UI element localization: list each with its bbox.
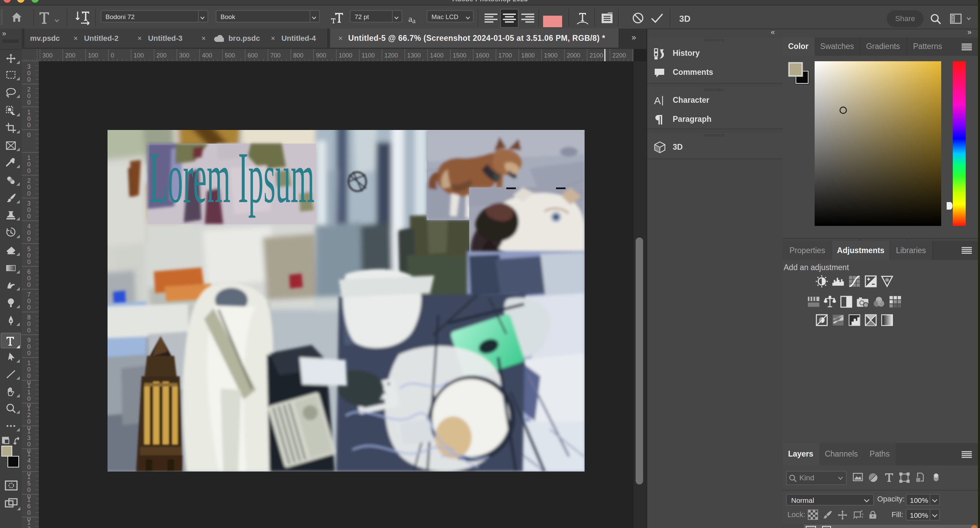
svg-text:1: 1 [27, 405, 30, 412]
svg-text:3: 3 [27, 63, 30, 70]
svg-text:0: 0 [27, 207, 30, 213]
svg-text:1: 1 [27, 474, 30, 480]
svg-text:1600: 1600 [476, 52, 489, 59]
svg-text:1200: 1200 [385, 52, 398, 59]
svg-text:200: 200 [156, 52, 167, 59]
svg-text:0: 0 [27, 70, 30, 76]
svg-text:700: 700 [270, 52, 281, 59]
svg-text:0: 0 [27, 190, 30, 197]
svg-text:900: 900 [316, 52, 326, 59]
svg-text:300: 300 [43, 52, 53, 59]
svg-text:1700: 1700 [498, 52, 512, 59]
svg-text:0: 0 [27, 418, 30, 425]
svg-text:1: 1 [27, 451, 30, 458]
svg-text:0: 0 [27, 115, 30, 122]
svg-text:5: 5 [27, 246, 30, 253]
svg-text:1: 1 [27, 496, 30, 503]
svg-text:2200: 2200 [612, 52, 626, 59]
svg-text:3: 3 [27, 434, 30, 441]
svg-text:0: 0 [27, 343, 30, 350]
svg-text:0: 0 [27, 161, 30, 168]
svg-text:5: 5 [27, 480, 30, 487]
svg-text:1: 1 [27, 154, 30, 161]
svg-text:0: 0 [27, 167, 30, 174]
svg-text:1: 1 [27, 389, 30, 396]
svg-text:7: 7 [27, 291, 30, 298]
svg-text:200: 200 [65, 52, 76, 59]
svg-text:0: 0 [27, 229, 30, 236]
svg-text:0: 0 [27, 395, 30, 402]
svg-text:0: 0 [27, 252, 30, 259]
svg-text:0: 0 [27, 236, 30, 243]
svg-text:0: 0 [27, 320, 30, 327]
svg-text:0: 0 [27, 350, 30, 356]
svg-text:6: 6 [27, 503, 30, 510]
svg-text:4: 4 [27, 223, 30, 230]
svg-text:6: 6 [27, 269, 30, 275]
svg-text:8: 8 [27, 314, 30, 321]
svg-text:0: 0 [27, 281, 30, 288]
svg-text:0: 0 [27, 487, 30, 493]
svg-text:0: 0 [27, 122, 30, 129]
svg-text:4: 4 [27, 457, 30, 464]
svg-text:0: 0 [27, 366, 30, 373]
svg-text:1400: 1400 [430, 52, 444, 59]
svg-text:100: 100 [134, 52, 144, 59]
svg-text:0: 0 [27, 92, 30, 99]
svg-text:1: 1 [27, 428, 30, 435]
svg-text:0: 0 [27, 99, 30, 106]
svg-text:0: 0 [27, 76, 30, 83]
svg-text:300: 300 [179, 52, 189, 59]
svg-text:0: 0 [27, 132, 30, 138]
svg-text:9: 9 [27, 337, 30, 344]
svg-text:3: 3 [27, 200, 30, 207]
svg-text:0: 0 [27, 184, 30, 191]
svg-text:0: 0 [27, 372, 30, 379]
svg-text:Lorem Ipsum: Lorem Ipsum [149, 137, 314, 217]
svg-text:1100: 1100 [362, 52, 375, 59]
svg-text:0: 0 [27, 213, 30, 220]
svg-text:2: 2 [27, 412, 30, 418]
svg-text:1: 1 [27, 109, 30, 116]
svg-text:0: 0 [27, 509, 30, 516]
svg-text:1800: 1800 [521, 52, 535, 59]
svg-text:1: 1 [27, 382, 30, 389]
svg-text:0: 0 [27, 275, 30, 282]
svg-text:0: 0 [27, 441, 30, 448]
svg-text:7: 7 [27, 526, 30, 528]
svg-text:0: 0 [27, 464, 30, 471]
svg-text:0: 0 [27, 298, 30, 304]
svg-text:800: 800 [293, 52, 304, 59]
svg-text:1900: 1900 [544, 52, 558, 59]
svg-text:1300: 1300 [407, 52, 421, 59]
svg-text:0: 0 [27, 304, 30, 311]
svg-text:100: 100 [88, 52, 98, 59]
svg-text:0: 0 [27, 327, 30, 334]
svg-text:600: 600 [248, 52, 258, 59]
svg-text:2: 2 [27, 86, 30, 93]
svg-text:1: 1 [27, 519, 30, 526]
svg-text:0: 0 [27, 259, 30, 266]
svg-text:400: 400 [202, 52, 212, 59]
svg-text:500: 500 [225, 52, 235, 59]
svg-text:2000: 2000 [567, 52, 581, 59]
svg-text:0: 0 [111, 52, 115, 59]
svg-text:2: 2 [27, 177, 30, 184]
svg-text:2100: 2100 [590, 52, 603, 59]
svg-text:1000: 1000 [339, 52, 353, 59]
svg-text:1500: 1500 [453, 52, 466, 59]
svg-text:1: 1 [27, 359, 30, 366]
